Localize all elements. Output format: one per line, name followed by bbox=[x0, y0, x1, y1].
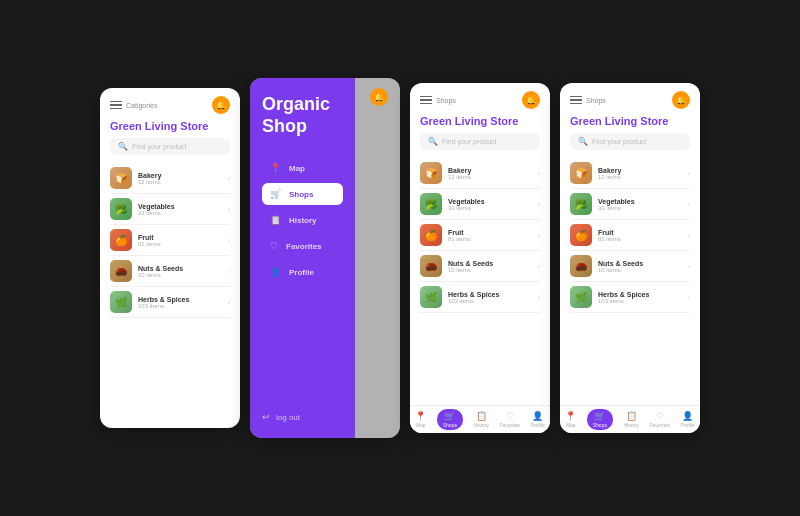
category-img-nuts-4: 🌰 bbox=[570, 255, 592, 277]
notification-icon-4[interactable]: 🔔 bbox=[672, 91, 690, 109]
chevron-fruit-4: › bbox=[688, 232, 690, 239]
search-bar-4[interactable]: 🔍 Find your product bbox=[570, 133, 690, 150]
drawer-menu-label-profile: Profile bbox=[289, 268, 314, 277]
category-count-bakery-4: 12 items bbox=[598, 174, 682, 180]
list-item[interactable]: 🍊 Fruit 81 items › bbox=[570, 220, 690, 251]
category-img-veg-3: 🥦 bbox=[420, 193, 442, 215]
chevron-vegetables: › bbox=[228, 206, 230, 213]
category-img-fruit-4: 🍊 bbox=[570, 224, 592, 246]
category-name-bakery-4: Bakery bbox=[598, 167, 682, 174]
logout-icon: ↩ bbox=[262, 412, 270, 422]
list-item[interactable]: 🌿 Herbs & Spices 103 items › bbox=[110, 287, 230, 318]
chevron-nuts-4: › bbox=[688, 263, 690, 270]
nav-item-favorites-4[interactable]: ♡ Favorites bbox=[650, 411, 671, 428]
category-img-herbs-4: 🌿 bbox=[570, 286, 592, 308]
drawer-menu-label-history: History bbox=[289, 216, 317, 225]
list-item[interactable]: 🌰 Nuts & Seeds 10 items › bbox=[570, 251, 690, 282]
search-placeholder-1: Find your product bbox=[132, 143, 186, 150]
list-item[interactable]: 🍞 Bakery 12 items › bbox=[420, 158, 540, 189]
search-icon-4: 🔍 bbox=[578, 137, 588, 146]
screen-shops-4: Shops 🔔 Green Living Store 🔍 Find your p… bbox=[560, 83, 700, 433]
category-count-herbs: 103 items bbox=[138, 303, 222, 309]
bottom-nav-3: 📍 Map 🛒 Shops 📋 History ♡ Favorites 👤 Pr… bbox=[410, 405, 550, 433]
category-name-herbs-4: Herbs & Spices bbox=[598, 291, 682, 298]
search-bar-3[interactable]: 🔍 Find your product bbox=[420, 133, 540, 150]
category-info-bakery-3: Bakery 12 items bbox=[448, 167, 532, 180]
menu-icon-1[interactable] bbox=[110, 101, 122, 110]
header-title-3: Shops bbox=[436, 97, 456, 104]
nav-item-profile-4[interactable]: 👤 Profile bbox=[681, 411, 695, 428]
search-bar-1[interactable]: 🔍 Find your product bbox=[110, 138, 230, 155]
category-name-nuts: Nuts & Seeds bbox=[138, 265, 222, 272]
category-count-nuts: 10 items bbox=[138, 272, 222, 278]
nav-fav-label-3: Favorites bbox=[500, 422, 521, 428]
category-count-nuts-3: 10 items bbox=[448, 267, 532, 273]
nav-history-icon-4: 📋 bbox=[626, 411, 637, 421]
list-item[interactable]: 🍊 Fruit 81 items › bbox=[420, 220, 540, 251]
nav-map-label-3: Map bbox=[416, 422, 426, 428]
chevron-nuts: › bbox=[228, 268, 230, 275]
nav-item-shops-3[interactable]: 🛒 Shops bbox=[437, 409, 463, 430]
search-placeholder-4: Find your product bbox=[592, 138, 646, 145]
category-name-bakery-3: Bakery bbox=[448, 167, 532, 174]
drawer-menu-item-map[interactable]: 📍 Map bbox=[262, 157, 343, 179]
category-count-herbs-3: 103 items bbox=[448, 298, 532, 304]
nav-shops-icon-3: 🛒 bbox=[444, 411, 455, 421]
nav-item-map-3[interactable]: 📍 Map bbox=[415, 411, 426, 428]
drawer-menu-item-favorites[interactable]: ♡ Favorites bbox=[262, 235, 343, 257]
drawer-menu-item-shops[interactable]: 🛒 Shops bbox=[262, 183, 343, 205]
nav-item-history-4[interactable]: 📋 History bbox=[623, 411, 639, 428]
category-img-fruit: 🍊 bbox=[110, 229, 132, 251]
category-count-veg-4: 33 items bbox=[598, 205, 682, 211]
category-img-veg-4: 🥦 bbox=[570, 193, 592, 215]
search-icon-1: 🔍 bbox=[118, 142, 128, 151]
category-count-nuts-4: 10 items bbox=[598, 267, 682, 273]
category-info-nuts-3: Nuts & Seeds 10 items bbox=[448, 260, 532, 273]
category-img-bakery-3: 🍞 bbox=[420, 162, 442, 184]
list-item[interactable]: 🥦 Vegetables 33 items › bbox=[570, 189, 690, 220]
notification-icon-3[interactable]: 🔔 bbox=[522, 91, 540, 109]
category-info-herbs-3: Herbs & Spices 103 items bbox=[448, 291, 532, 304]
drawer-menu-label-shops: Shops bbox=[289, 190, 313, 199]
category-name-vegetables: Vegetables bbox=[138, 203, 222, 210]
list-item[interactable]: 🌿 Herbs & Spices 103 items › bbox=[420, 282, 540, 313]
nav-item-history-3[interactable]: 📋 History bbox=[473, 411, 489, 428]
menu-icon-3[interactable] bbox=[420, 96, 432, 105]
nav-item-shops-4[interactable]: 🛒 Shops bbox=[587, 409, 613, 430]
category-img-herbs-3: 🌿 bbox=[420, 286, 442, 308]
nav-profile-label-3: Profile bbox=[531, 422, 545, 428]
drawer-logout[interactable]: ↩ log out bbox=[262, 412, 343, 422]
list-item[interactable]: 🍞 Bakery 12 items › bbox=[110, 163, 230, 194]
nav-shops-label-3: Shops bbox=[443, 422, 457, 428]
nav-item-profile-3[interactable]: 👤 Profile bbox=[531, 411, 545, 428]
list-item[interactable]: 🥦 Vegetables 33 items › bbox=[110, 194, 230, 225]
category-list-4: 🍞 Bakery 12 items › 🥦 Vegetables 33 item… bbox=[560, 158, 700, 313]
list-item[interactable]: 🌰 Nuts & Seeds 10 items › bbox=[420, 251, 540, 282]
search-placeholder-3: Find your product bbox=[442, 138, 496, 145]
map-icon: 📍 bbox=[270, 163, 281, 173]
category-info-fruit-3: Fruit 81 items bbox=[448, 229, 532, 242]
nav-item-favorites-3[interactable]: ♡ Favorites bbox=[500, 411, 521, 428]
search-icon-3: 🔍 bbox=[428, 137, 438, 146]
list-item[interactable]: 🌿 Herbs & Spices 103 items › bbox=[570, 282, 690, 313]
list-item[interactable]: 🍞 Bakery 12 items › bbox=[570, 158, 690, 189]
menu-icon-4[interactable] bbox=[570, 96, 582, 105]
nav-shops-icon-4: 🛒 bbox=[594, 411, 605, 421]
category-count-fruit: 81 items bbox=[138, 241, 222, 247]
nav-shops-label-4: Shops bbox=[593, 422, 607, 428]
screen-shops-3: Shops 🔔 Green Living Store 🔍 Find your p… bbox=[410, 83, 550, 433]
list-item[interactable]: 🍊 Fruit 81 items › bbox=[110, 225, 230, 256]
drawer-menu-item-history[interactable]: 📋 History bbox=[262, 209, 343, 231]
nav-item-map-4[interactable]: 📍 Map bbox=[565, 411, 576, 428]
notification-icon-1[interactable]: 🔔 bbox=[212, 96, 230, 114]
header-left-1: Catigories bbox=[110, 101, 158, 110]
drawer-logout-label: log out bbox=[276, 413, 300, 422]
chevron-bakery-4: › bbox=[688, 170, 690, 177]
list-item[interactable]: 🥦 Vegetables 33 items › bbox=[420, 189, 540, 220]
list-item[interactable]: 🌰 Nuts & Seeds 10 items › bbox=[110, 256, 230, 287]
drawer-menu-item-profile[interactable]: 👤 Profile bbox=[262, 261, 343, 283]
drawer-title: Organic Shop bbox=[262, 94, 343, 137]
header-title-1: Catigories bbox=[126, 102, 158, 109]
nav-history-label-3: History bbox=[473, 422, 489, 428]
notification-icon-2[interactable]: 🔔 bbox=[370, 88, 388, 106]
